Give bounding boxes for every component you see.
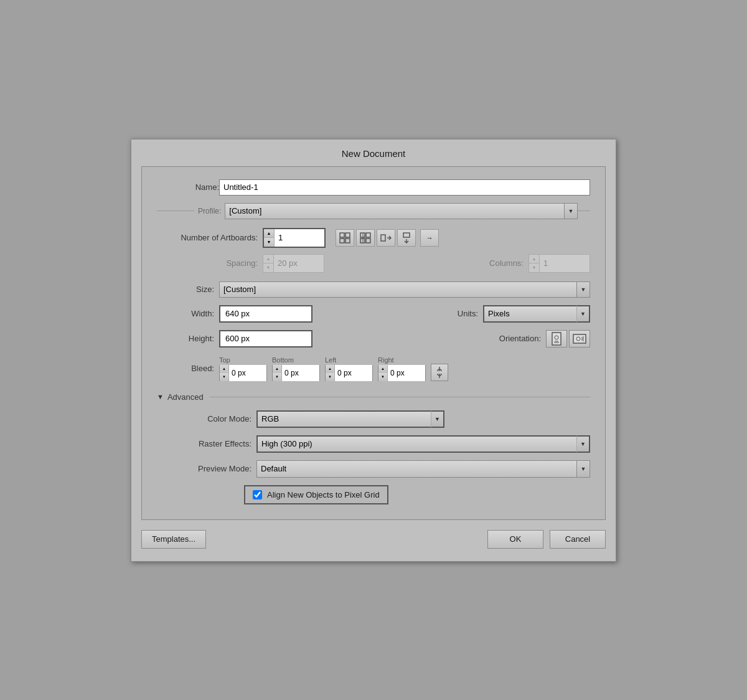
bleed-bottom-spinbox: ▲ ▼ — [272, 365, 320, 381]
templates-button[interactable]: Templates... — [141, 530, 206, 549]
artboards-spinbox: ▲ ▼ — [263, 228, 326, 248]
bleed-left-group: Left ▲ ▼ — [325, 356, 373, 381]
profile-select[interactable]: [Custom] Print Web Mobile — [225, 203, 564, 219]
artboard-arrange-down-icon[interactable] — [397, 229, 416, 247]
name-input[interactable] — [219, 179, 590, 196]
svg-rect-7 — [366, 239, 370, 243]
bleed-bottom-arrows: ▲ ▼ — [273, 365, 282, 381]
bleed-left-down[interactable]: ▼ — [326, 373, 334, 381]
artboard-arrange-right-icon[interactable] — [377, 229, 395, 247]
svg-rect-5 — [366, 233, 370, 237]
profile-divider-left — [157, 210, 194, 211]
color-mode-row: Color Mode: RGB CMYK Grayscale ▼ — [157, 410, 590, 428]
width-input[interactable] — [219, 305, 312, 323]
align-checkbox-label[interactable]: Align New Objects to Pixel Grid — [244, 485, 388, 504]
bleed-left-input[interactable] — [335, 365, 372, 381]
columns-input[interactable] — [540, 255, 590, 272]
advanced-toggle[interactable]: ▼ — [157, 393, 164, 400]
artboards-row: Number of Artboards: ▲ ▼ — [157, 228, 590, 248]
bleed-link-button[interactable] — [431, 364, 448, 381]
bleed-top-input[interactable] — [229, 365, 266, 381]
bleed-bottom-down[interactable]: ▼ — [273, 373, 281, 381]
preview-mode-dropdown-arrow[interactable]: ▼ — [576, 460, 590, 478]
svg-rect-11 — [403, 233, 410, 237]
svg-rect-0 — [340, 233, 344, 237]
svg-rect-3 — [345, 239, 350, 243]
bleed-left-spinbox: ▲ ▼ — [325, 365, 373, 381]
profile-field: [Custom] Print Web Mobile ▼ — [225, 203, 578, 219]
columns-spin-down[interactable]: ▼ — [529, 263, 539, 272]
orientation-buttons — [546, 330, 590, 348]
bleed-bottom-input[interactable] — [282, 365, 319, 381]
spacing-label: Spacing: — [157, 258, 263, 268]
profile-dropdown-arrow[interactable]: ▼ — [564, 203, 578, 219]
spacing-spin-down[interactable]: ▼ — [263, 263, 273, 272]
bleed-top-down[interactable]: ▼ — [220, 373, 228, 381]
height-input[interactable] — [219, 330, 312, 348]
spacing-row: Spacing: ▲ ▼ Columns: ▲ ▼ — [157, 254, 590, 273]
bleed-right-arrows: ▲ ▼ — [378, 365, 388, 381]
height-label: Height: — [157, 334, 219, 343]
bleed-right-group: Right ▲ ▼ — [378, 356, 426, 381]
preview-mode-select-wrapper: Default Pixel Overprint ▼ — [256, 460, 590, 478]
bleed-bottom-label: Bottom — [272, 356, 294, 364]
artboard-grid-by-row-icon[interactable] — [336, 229, 354, 247]
artboards-spin-arrows: ▲ ▼ — [264, 229, 275, 247]
bleed-top-arrows: ▲ ▼ — [220, 365, 229, 381]
bleed-left-up[interactable]: ▲ — [326, 365, 334, 373]
advanced-header: ▼ Advanced — [157, 392, 590, 402]
align-pixel-grid-checkbox[interactable] — [253, 490, 262, 499]
units-dropdown-arrow[interactable]: ▼ — [576, 305, 590, 323]
landscape-button[interactable] — [569, 330, 590, 348]
bleed-row: Bleed: Top ▲ ▼ Bottom — [157, 356, 590, 381]
color-mode-select[interactable]: RGB CMYK Grayscale — [256, 410, 431, 428]
color-mode-dropdown-arrow[interactable]: ▼ — [431, 410, 444, 428]
size-dropdown-arrow[interactable]: ▼ — [576, 281, 590, 298]
orientation-label: Orientation: — [499, 334, 541, 343]
bleed-bottom-up[interactable]: ▲ — [273, 365, 281, 373]
color-mode-select-wrap: RGB CMYK Grayscale ▼ — [256, 410, 444, 428]
columns-spin-up[interactable]: ▲ — [529, 255, 539, 263]
raster-effects-select[interactable]: High (300 ppi) Medium (150 ppi) Low (72 … — [256, 435, 576, 453]
align-checkbox-container: Align New Objects to Pixel Grid — [244, 485, 590, 504]
raster-effects-dropdown-arrow[interactable]: ▼ — [576, 435, 590, 453]
advanced-divider — [210, 397, 590, 397]
size-select-wrapper: [Custom] Letter A4 ▼ — [219, 281, 590, 298]
artboards-spin-down[interactable]: ▼ — [264, 238, 274, 247]
bleed-right-up[interactable]: ▲ — [378, 365, 387, 373]
portrait-button[interactable] — [546, 330, 567, 348]
cancel-button[interactable]: Cancel — [550, 530, 606, 549]
advanced-title: Advanced — [167, 392, 204, 402]
bleed-right-input[interactable] — [388, 365, 425, 381]
height-row: Height: Orientation: — [157, 330, 590, 348]
bleed-fields: Top ▲ ▼ Bottom ▲ ▼ — [219, 356, 590, 381]
bleed-top-up[interactable]: ▲ — [220, 365, 228, 373]
spacing-spin-up[interactable]: ▲ — [263, 255, 273, 263]
preview-mode-label: Preview Mode: — [157, 464, 256, 473]
new-document-dialog: New Document Name: Profile: [Custom] Pri… — [131, 139, 616, 562]
width-label: Width: — [157, 309, 219, 318]
bleed-top-spinbox: ▲ ▼ — [219, 365, 267, 381]
bleed-left-label: Left — [325, 356, 336, 364]
profile-select-wrapper: [Custom] Print Web Mobile ▼ — [225, 203, 578, 219]
spacing-spinbox: ▲ ▼ — [263, 254, 324, 273]
dialog-title: New Document — [131, 140, 616, 166]
raster-effects-label: Raster Effects: — [157, 439, 256, 448]
footer-right: OK Cancel — [487, 530, 606, 549]
spacing-spin-arrows: ▲ ▼ — [263, 255, 274, 272]
align-checkbox-text: Align New Objects to Pixel Grid — [267, 490, 380, 499]
preview-mode-select[interactable]: Default Pixel Overprint — [256, 460, 576, 478]
units-select[interactable]: Pixels Points Inches Millimeters — [483, 305, 576, 323]
ok-button[interactable]: OK — [487, 530, 543, 549]
bleed-label: Bleed: — [157, 364, 219, 373]
bleed-right-spinbox: ▲ ▼ — [378, 365, 426, 381]
size-select[interactable]: [Custom] Letter A4 — [219, 281, 576, 298]
dialog-body: Name: Profile: [Custom] Print Web Mobile… — [141, 166, 606, 520]
artboards-input[interactable] — [275, 229, 324, 247]
bleed-right-down[interactable]: ▼ — [378, 373, 387, 381]
artboard-arrow-right-btn[interactable]: → — [420, 229, 439, 247]
artboard-grid-by-col-icon[interactable] — [356, 229, 375, 247]
profile-label: Profile: — [194, 207, 225, 215]
artboards-spin-up[interactable]: ▲ — [264, 229, 274, 238]
spacing-input[interactable] — [274, 255, 324, 272]
